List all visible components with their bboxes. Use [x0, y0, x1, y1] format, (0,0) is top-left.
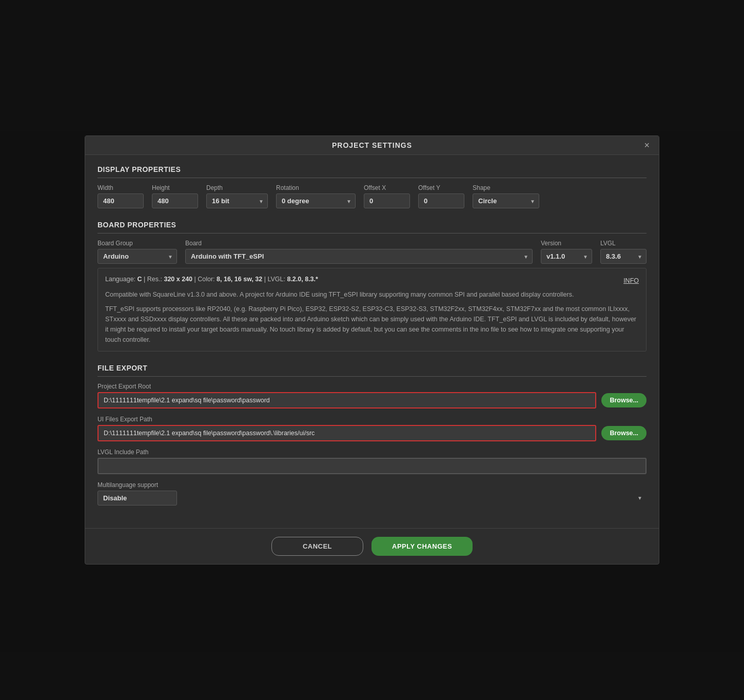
shape-select-wrapper: Circle Rectangle ▼: [473, 193, 539, 208]
dialog-body: DISPLAY PROPERTIES Width Height Depth: [85, 155, 659, 528]
version-select[interactable]: v1.1.0: [541, 249, 592, 264]
board-group-label: Board Group: [97, 240, 177, 247]
board-select-wrapper: Arduino with TFT_eSPI ▼: [185, 249, 533, 264]
display-properties-section: DISPLAY PROPERTIES Width Height Depth: [97, 165, 647, 208]
board-desc1: Compatible with SquareLine v1.3.0 and ab…: [105, 289, 639, 300]
board-fields-row: Board Group Arduino ▼ Board: [97, 240, 647, 264]
lvgl-group: LVGL 8.3.6 ▼: [600, 240, 647, 264]
lvgl-include-row: [97, 458, 647, 474]
offset-x-input[interactable]: [364, 193, 410, 208]
lvgl-select[interactable]: 8.3.6: [600, 249, 647, 264]
ui-files-label: UI Files Export Path: [97, 416, 647, 423]
file-export-header: FILE EXPORT: [97, 364, 647, 377]
board-group-select-wrapper: Arduino ▼: [97, 249, 177, 264]
offset-y-group: Offset Y: [418, 184, 464, 208]
dialog-title: PROJECT SETTINGS: [332, 141, 412, 149]
project-root-group: Project Export Root Browse...: [97, 383, 647, 409]
board-name-label: Board: [185, 240, 533, 247]
version-label: Version: [541, 240, 592, 247]
ui-files-browse-button[interactable]: Browse...: [601, 426, 647, 440]
offset-x-group: Offset X: [364, 184, 410, 208]
rotation-select-wrapper: 0 degree 90 degree 180 degree 270 degree…: [276, 193, 356, 208]
depth-select[interactable]: 16 bit 8 bit 32 bit: [206, 193, 268, 208]
height-group: Height: [152, 184, 198, 208]
dialog-footer: CANCEL APPLY CHANGES: [85, 528, 659, 564]
project-root-input[interactable]: [97, 392, 596, 409]
shape-group: Shape Circle Rectangle ▼: [473, 184, 539, 208]
multilang-group: Multilanguage support Disable Enable ▼: [97, 481, 647, 505]
project-root-browse-button[interactable]: Browse...: [601, 393, 647, 407]
board-select[interactable]: Arduino with TFT_eSPI: [185, 249, 533, 264]
ui-files-input[interactable]: [97, 425, 596, 441]
display-section-header: DISPLAY PROPERTIES: [97, 165, 647, 178]
multilang-arrow: ▼: [637, 495, 642, 501]
board-section-header: BOARD PROPERTIES: [97, 221, 647, 234]
project-settings-dialog: PROJECT SETTINGS × DISPLAY PROPERTIES Wi…: [85, 135, 659, 565]
board-desc2: TFT_eSPI supports processors like RP2040…: [105, 304, 639, 345]
apply-button[interactable]: APPLY CHANGES: [371, 537, 473, 556]
lvgl-label: LVGL: [600, 240, 647, 247]
rotation-group: Rotation 0 degree 90 degree 180 degree 2…: [276, 184, 356, 208]
board-group-group: Board Group Arduino ▼: [97, 240, 177, 264]
board-properties-section: BOARD PROPERTIES Board Group Arduino ▼: [97, 221, 647, 352]
close-button[interactable]: ×: [641, 139, 653, 152]
board-info-block: Language: C | Res.: 320 x 240 | Color: 8…: [97, 268, 647, 352]
offset-y-label: Offset Y: [418, 184, 464, 191]
rotation-select[interactable]: 0 degree 90 degree 180 degree 270 degree: [276, 193, 356, 208]
lvgl-include-label: LVGL Include Path: [97, 449, 647, 456]
lvgl-select-wrapper: 8.3.6 ▼: [600, 249, 647, 264]
multilang-select[interactable]: Disable Enable: [97, 491, 177, 505]
board-name-group: Board Arduino with TFT_eSPI ▼: [185, 240, 533, 264]
rotation-label: Rotation: [276, 184, 356, 191]
depth-label: Depth: [206, 184, 268, 191]
ui-files-group: UI Files Export Path Browse...: [97, 416, 647, 441]
height-label: Height: [152, 184, 198, 191]
board-info-line: Language: C | Res.: 320 x 240 | Color: 8…: [105, 275, 318, 284]
lvgl-include-input[interactable]: [97, 458, 647, 474]
height-input[interactable]: [152, 193, 198, 208]
width-label: Width: [97, 184, 144, 191]
multilang-label: Multilanguage support: [97, 481, 647, 489]
project-root-label: Project Export Root: [97, 383, 647, 390]
width-input[interactable]: [97, 193, 144, 208]
version-select-wrapper: v1.1.0 ▼: [541, 249, 592, 264]
ui-files-row: Browse...: [97, 425, 647, 441]
project-root-row: Browse...: [97, 392, 647, 409]
title-bar: PROJECT SETTINGS ×: [85, 136, 659, 155]
cancel-button[interactable]: CANCEL: [271, 537, 363, 556]
board-group-select[interactable]: Arduino: [97, 249, 177, 264]
info-link[interactable]: INFO: [623, 277, 639, 284]
lvgl-include-group: LVGL Include Path: [97, 449, 647, 474]
depth-group: Depth 16 bit 8 bit 32 bit ▼: [206, 184, 268, 208]
file-export-section: FILE EXPORT Project Export Root Browse..…: [97, 364, 647, 505]
depth-select-wrapper: 16 bit 8 bit 32 bit ▼: [206, 193, 268, 208]
version-group: Version v1.1.0 ▼: [541, 240, 592, 264]
width-group: Width: [97, 184, 144, 208]
offset-y-input[interactable]: [418, 193, 464, 208]
shape-label: Shape: [473, 184, 539, 191]
shape-select[interactable]: Circle Rectangle: [473, 193, 539, 208]
offset-x-label: Offset X: [364, 184, 410, 191]
multilang-select-wrapper: Disable Enable ▼: [97, 491, 647, 505]
display-fields-row: Width Height Depth 16 bit: [97, 184, 647, 208]
dialog-overlay: PROJECT SETTINGS × DISPLAY PROPERTIES Wi…: [0, 0, 744, 700]
